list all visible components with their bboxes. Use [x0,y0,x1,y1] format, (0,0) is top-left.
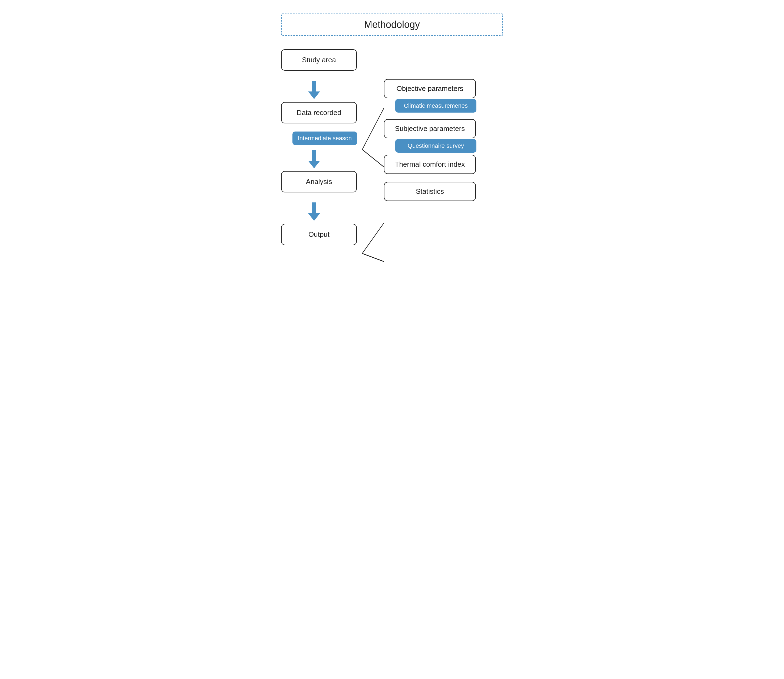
study-area-label: Study area [302,56,336,64]
analysis-label: Analysis [306,178,332,186]
subjective-parameters-section: Subjective parameters [384,119,476,138]
climatic-measurements-section: Climatic measuremenes [390,97,476,113]
thermal-comfort-label: Thermal comfort index [395,160,465,168]
subjective-parameters-box: Subjective parameters [384,119,476,138]
analysis-section: Analysis [281,171,357,192]
arrow-shaft-1 [312,81,316,91]
svg-line-0 [362,108,384,150]
questionnaire-survey-badge: Questionnaire survey [395,139,476,153]
output-section: Output [281,224,357,245]
svg-line-2 [362,223,384,253]
objective-parameters-section: Objective parameters [384,79,476,98]
statistics-section: Statistics [384,182,476,201]
arrow-head-3 [308,213,320,221]
diagram-container: Methodology Study area [276,5,508,382]
arrow-shaft-3 [312,202,316,213]
output-box: Output [281,224,357,245]
svg-line-1 [362,150,384,167]
page-title: Methodology [364,19,420,30]
subjective-parameters-label: Subjective parameters [395,125,465,133]
arrow-head-2 [308,161,320,168]
output-label: Output [308,230,330,238]
intermediate-season-badge: Intermediate season [287,130,357,145]
questionnaire-survey-label: Questionnaire survey [408,142,464,149]
main-diagram: Study area Data recorded Intermediate se… [281,49,503,374]
data-recorded-box: Data recorded [281,102,357,124]
study-area-section: Study area [281,49,357,70]
analysis-box: Analysis [281,171,357,192]
arrow-2 [295,149,320,169]
objective-parameters-label: Objective parameters [396,84,463,92]
study-area-box: Study area [281,49,357,70]
objective-parameters-box: Objective parameters [384,79,476,98]
intermediate-season-label: Intermediate season [292,131,357,145]
data-recorded-label: Data recorded [297,108,341,117]
questionnaire-survey-section: Questionnaire survey [390,138,476,153]
arrow-shaft-2 [312,150,316,161]
arrow-head-1 [308,91,320,99]
statistics-box: Statistics [384,182,476,201]
arrow-3 [295,201,320,222]
thermal-comfort-section: Thermal comfort index [384,155,476,174]
data-recorded-section: Data recorded [281,102,357,124]
thermal-comfort-box: Thermal comfort index [384,155,476,174]
svg-line-3 [362,253,384,262]
statistics-label: Statistics [416,187,444,196]
climatic-measurements-badge: Climatic measuremenes [395,99,476,113]
arrow-1 [295,80,320,100]
climatic-measurements-label: Climatic measuremenes [404,102,468,109]
title-box: Methodology [281,14,503,36]
